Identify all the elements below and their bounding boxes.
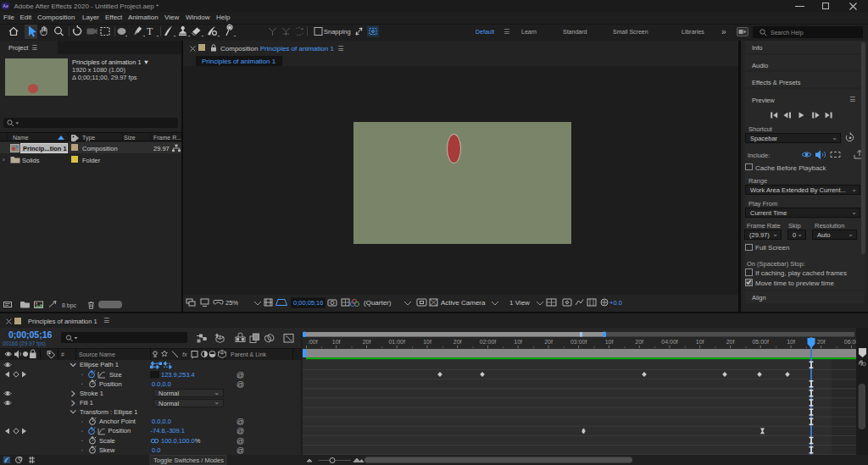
svg-text::00f: :00f <box>308 339 318 345</box>
svg-text:10f: 10f <box>514 339 522 345</box>
svg-text:Source Name: Source Name <box>79 352 115 357</box>
svg-text:+0.0: +0.0 <box>609 299 622 307</box>
svg-text:0;00;05;16: 0;00;05;16 <box>293 299 323 307</box>
svg-text:10f: 10f <box>423 339 431 345</box>
svg-text:01:00f: 01:00f <box>388 339 405 345</box>
svg-text:Active Camera: Active Camera <box>441 299 486 307</box>
svg-text:20f: 20f <box>544 339 553 345</box>
svg-text:#: # <box>61 352 64 357</box>
svg-text:10f: 10f <box>696 339 704 345</box>
svg-text:25%: 25% <box>225 299 238 307</box>
svg-text:(Quarter): (Quarter) <box>364 299 392 307</box>
svg-text:03:00f: 03:00f <box>570 339 587 345</box>
svg-text:10f: 10f <box>787 339 795 345</box>
svg-text:fx: fx <box>182 351 187 358</box>
svg-text:T: T <box>147 25 153 37</box>
svg-text:02:00f: 02:00f <box>480 339 497 345</box>
svg-text:05:00f: 05:00f <box>752 339 769 345</box>
svg-text:1 View: 1 View <box>509 299 530 307</box>
svg-text:10f: 10f <box>332 339 341 345</box>
svg-text:Toggle Switches / Modes: Toggle Switches / Modes <box>153 457 224 464</box>
svg-text:Parent & Link: Parent & Link <box>231 352 267 357</box>
svg-text:10f: 10f <box>605 339 614 345</box>
svg-text:20f: 20f <box>363 339 371 345</box>
svg-text:04:00f: 04:00f <box>661 339 678 345</box>
svg-text:20f: 20f <box>817 339 826 345</box>
svg-text:20f: 20f <box>453 339 462 345</box>
svg-text:20f: 20f <box>635 339 643 345</box>
svg-text:20f: 20f <box>726 339 735 345</box>
svg-text:Snapping: Snapping <box>324 28 351 36</box>
